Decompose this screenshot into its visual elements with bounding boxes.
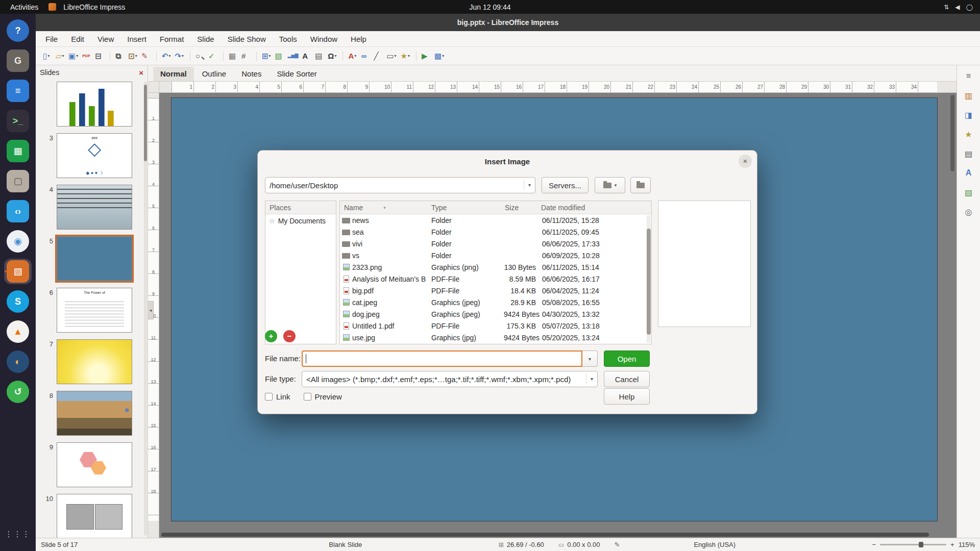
toolbar-hyperlink[interactable]: ∞ xyxy=(359,49,372,63)
zoom-slider-thumb[interactable] xyxy=(919,542,923,547)
file-name-dropdown-button[interactable]: ▾ xyxy=(582,350,598,367)
slide-thumbnail[interactable]: ### xyxy=(57,133,132,178)
dock-impress[interactable]: ▧ xyxy=(4,259,32,284)
document-modified-icon[interactable]: ✎ xyxy=(615,541,620,548)
language-status[interactable]: English (USA) xyxy=(694,541,736,548)
dock-vlc[interactable]: ▲ xyxy=(4,319,32,344)
chevron-down-icon[interactable]: ▾ xyxy=(586,374,593,384)
power-icon[interactable]: ◯ xyxy=(966,4,973,11)
slide-thumbnail[interactable] xyxy=(57,391,132,436)
slide-thumbnail-item[interactable]: 5 xyxy=(42,236,143,281)
slide-thumbnail[interactable]: The Power of xyxy=(57,288,132,333)
toolbar-spelling[interactable]: ✓ xyxy=(206,49,219,63)
toolbar-insert-chart[interactable]: ▂▅▇ xyxy=(286,49,301,63)
toolbar-helplines[interactable]: # xyxy=(239,49,252,63)
chevron-down-icon[interactable]: ▾ xyxy=(524,180,531,190)
toolbar-save[interactable]: ▣▾ xyxy=(66,49,80,63)
toolbar-print[interactable]: ⊟ xyxy=(93,49,106,63)
sidebar-settings-icon[interactable]: ≡ xyxy=(961,68,977,84)
file-row[interactable]: dog.jpeg Graphics (jpeg) 9424 Bytes 04/3… xyxy=(340,308,651,320)
panel-collapse-handle[interactable]: ◂ xyxy=(148,301,154,319)
slide-transition-icon[interactable]: ◨ xyxy=(961,107,977,122)
slide-thumbnail[interactable] xyxy=(57,82,132,127)
styles-icon[interactable]: A xyxy=(961,165,977,181)
slide-thumbnail[interactable] xyxy=(57,185,132,230)
file-row[interactable]: 2323.png Graphics (png) 130 Bytes 06/11/… xyxy=(340,261,651,273)
slide-thumbnail-item[interactable] xyxy=(42,82,143,127)
toolbar-find-replace[interactable]: ○ xyxy=(193,49,206,63)
dialog-titlebar[interactable]: Insert Image × xyxy=(258,151,757,172)
file-row[interactable]: news Folder 06/11/2025, 15:28 xyxy=(340,214,651,226)
tab-normal[interactable]: Normal xyxy=(153,67,194,81)
toolbar-paste[interactable]: ⊡▾ xyxy=(126,49,139,63)
create-new-folder-button[interactable] xyxy=(630,177,651,193)
menu-tools[interactable]: Tools xyxy=(273,32,304,46)
zoom-level[interactable]: 115% xyxy=(959,541,975,548)
checkbox-box[interactable] xyxy=(304,393,311,400)
menu-help[interactable]: Help xyxy=(344,32,373,46)
dialog-close-button[interactable]: × xyxy=(739,155,752,168)
file-type-combobox[interactable]: <All images> (*.bmp;*.dxf;*.emf;*.eps;*…… xyxy=(302,371,598,387)
column-header-size[interactable]: Size xyxy=(504,204,541,212)
toolbar-copy[interactable]: ⧉ xyxy=(113,49,126,63)
toolbar-start-slideshow[interactable]: ▶ xyxy=(420,49,432,63)
column-header-date[interactable]: Date modified xyxy=(541,204,652,212)
help-button[interactable]: Help xyxy=(604,388,650,405)
file-row[interactable]: Untitled 1.pdf PDF-File 175.3 KB 05/07/2… xyxy=(340,320,651,332)
toolbar-special-character[interactable]: Ω▾ xyxy=(326,49,338,63)
tab-outline[interactable]: Outline xyxy=(195,67,234,81)
slide-thumbnail-item[interactable]: 8 xyxy=(42,391,143,436)
remove-place-button[interactable]: − xyxy=(283,330,296,342)
toolbar-header-footer[interactable]: ▤ xyxy=(313,49,326,63)
dock-calc[interactable]: ▦ xyxy=(4,138,32,164)
scrollbar-thumb[interactable] xyxy=(161,533,929,537)
navigator-icon[interactable]: ◎ xyxy=(961,204,977,219)
toolbar-insert-image[interactable]: ▧ xyxy=(273,49,286,63)
slide-count-status[interactable]: Slide 5 of 17 xyxy=(41,541,78,548)
slide-thumbnail-item[interactable]: 7 xyxy=(42,339,143,384)
slide-thumbnail[interactable] xyxy=(57,442,132,487)
file-row[interactable]: cat.jpeg Graphics (jpeg) 28.9 KB 05/08/2… xyxy=(340,296,651,308)
toolbar-symbol-shapes[interactable]: ★▾ xyxy=(399,49,412,63)
zoom-in-button[interactable]: + xyxy=(950,541,954,548)
dock-text-editor[interactable]: ▢ xyxy=(4,168,32,194)
master-slides-icon[interactable]: ▤ xyxy=(961,146,977,161)
animation-icon[interactable]: ★ xyxy=(961,127,977,142)
menu-window[interactable]: Window xyxy=(304,32,344,46)
toolbar-table[interactable]: ⊞▾ xyxy=(260,49,273,63)
scrollbar-thumb[interactable] xyxy=(144,85,147,161)
gallery-icon[interactable]: ▧ xyxy=(961,185,977,200)
slide-thumbnail[interactable] xyxy=(57,236,132,281)
network-icon[interactable]: ⇅ xyxy=(944,4,949,11)
toolbar-insert-text-box[interactable]: A xyxy=(300,49,313,63)
menu-view[interactable]: View xyxy=(91,32,120,46)
dock-terminal[interactable]: >_ xyxy=(4,108,32,134)
checkbox-box[interactable] xyxy=(265,393,273,400)
file-row[interactable]: vs Folder 06/09/2025, 10:28 xyxy=(340,249,651,261)
places-item[interactable]: ☆ My Documents xyxy=(265,214,336,228)
cursor-position-status[interactable]: ⊞ 26.69 / -0.60 xyxy=(499,541,544,548)
toolbar-new[interactable]: ▯▾ xyxy=(41,49,54,63)
cancel-button[interactable]: Cancel xyxy=(604,371,650,387)
slide-layout-status[interactable]: Blank Slide xyxy=(329,541,362,548)
menu-slide-show[interactable]: Slide Show xyxy=(221,32,273,46)
horizontal-scrollbar[interactable] xyxy=(159,532,949,537)
toolbar-new-slide[interactable]: ▩▾ xyxy=(432,49,446,63)
menu-file[interactable]: File xyxy=(39,32,64,46)
toolbar-clone-formatting[interactable]: ✎ xyxy=(139,49,152,63)
open-button[interactable]: Open xyxy=(604,350,650,367)
properties-icon[interactable]: ▥ xyxy=(961,88,977,103)
path-combobox[interactable]: /home/user/Desktop ▾ xyxy=(265,177,535,193)
activities-button[interactable]: Activities xyxy=(7,2,41,12)
dock-chromium[interactable]: ◉ xyxy=(4,229,32,254)
window-titlebar[interactable]: big.pptx - LibreOffice Impress xyxy=(36,14,980,31)
slides-panel-scrollbar[interactable] xyxy=(144,82,147,536)
toolbar-display-grid[interactable]: ▦ xyxy=(227,49,239,63)
file-row[interactable]: vivi Folder 06/06/2025, 17:33 xyxy=(340,238,651,249)
menu-format[interactable]: Format xyxy=(153,32,191,46)
dock-software-center[interactable]: ↺ xyxy=(4,379,32,405)
add-place-button[interactable]: + xyxy=(265,330,277,342)
file-list-scrollbar[interactable] xyxy=(647,215,651,343)
zoom-slider[interactable] xyxy=(880,544,946,545)
object-size-status[interactable]: ▭ 0.00 x 0.00 xyxy=(558,541,600,548)
